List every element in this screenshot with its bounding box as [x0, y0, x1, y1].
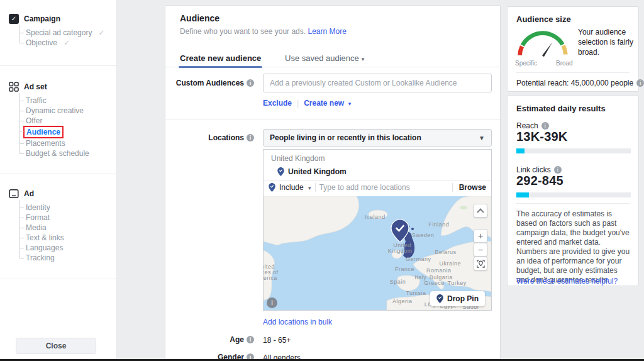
adset-tree: Traffic Dynamic creative Offer Audience …	[19, 96, 116, 158]
info-icon[interactable]	[554, 166, 562, 174]
reach-bar-fill	[516, 148, 525, 153]
estimates-feedback-link[interactable]: Were these estimates helpful?	[516, 277, 618, 286]
map-country-label: Belarus	[435, 249, 457, 255]
locations-box: United Kingdom United Kingdom Include ▾ …	[263, 149, 492, 311]
add-locations-bulk-link[interactable]: Add locations in bulk	[263, 318, 332, 326]
adset-title: Ad set	[24, 82, 47, 91]
chevron-down-icon: ▾	[362, 56, 365, 62]
map-zoom-out-button[interactable]: −	[474, 243, 487, 257]
divider	[315, 183, 316, 192]
drop-pin-icon	[436, 294, 443, 303]
location-type-dropdown[interactable]: People living in or recently in this loc…	[263, 129, 492, 147]
ad-section: Ad Identity Format Media Text & links La…	[0, 189, 116, 263]
divider: |	[297, 99, 299, 108]
include-dropdown[interactable]: Include ▾	[279, 183, 311, 192]
divider	[516, 203, 630, 204]
divider	[0, 174, 116, 174]
sidebar-item-audience[interactable]: Audience	[19, 126, 116, 138]
sidebar-item-media[interactable]: Media	[19, 223, 116, 233]
tab-use-saved-audience[interactable]: Use saved audience▾	[285, 53, 364, 63]
gauge-label-specific: Specific	[515, 60, 537, 67]
info-icon[interactable]	[247, 336, 254, 343]
sidebar-item-placements[interactable]: Placements	[19, 138, 116, 148]
location-map[interactable]: IcelandFinlandSwedenUnitedKingdomBelarus…	[264, 196, 491, 310]
sidebar-item-identity[interactable]: Identity	[19, 203, 116, 213]
sidebar-item-format[interactable]: Format	[19, 213, 116, 223]
reach-value: 13K-39K	[516, 130, 567, 144]
location-pin-icon	[277, 167, 284, 176]
link-clicks-bar	[516, 192, 631, 197]
ad-header[interactable]: Ad	[0, 189, 116, 199]
sidebar-item-special-ad-category[interactable]: Special ad category ✓	[19, 28, 116, 38]
map-country-label: Finland	[428, 221, 449, 228]
map-country-label: Ukraine	[440, 260, 462, 267]
age-label: Age	[165, 335, 254, 344]
locate-pin-icon	[477, 260, 485, 268]
page-subtitle: Define who you want to see your ads. Lea…	[180, 27, 347, 36]
campaign-header[interactable]: ✓ Campaign	[0, 14, 116, 24]
map-locate-button[interactable]	[474, 257, 487, 270]
potential-reach: Potential reach: 45,000,000 people	[516, 79, 644, 87]
age-value: 18 - 65+	[263, 336, 291, 345]
adset-section: Ad set Traffic Dynamic creative Offer Au…	[0, 82, 116, 158]
info-icon[interactable]	[247, 79, 254, 87]
chevron-up-icon	[477, 208, 484, 215]
campaign-section: ✓ Campaign Special ad category ✓ Objecti…	[0, 14, 116, 48]
add-location-input[interactable]	[319, 183, 448, 192]
audience-size-title: Audience size	[516, 14, 571, 24]
info-icon[interactable]	[636, 79, 644, 87]
sidebar-item-budget-schedule[interactable]: Budget & schedule	[19, 148, 116, 158]
adset-header[interactable]: Ad set	[0, 82, 116, 92]
check-icon: ✓	[98, 28, 104, 38]
page-title: Audience	[180, 13, 219, 23]
sidebar-item-languages[interactable]: Languages	[19, 243, 116, 253]
selected-location-marker-icon	[391, 219, 409, 243]
map-country-label: Greece	[424, 280, 445, 286]
exclude-link[interactable]: Exclude	[263, 99, 292, 108]
map-country-label: Tunisia	[406, 290, 426, 296]
info-icon[interactable]	[247, 134, 254, 142]
chevron-down-icon: ▾	[308, 185, 311, 191]
adset-grid-icon	[9, 82, 19, 92]
audience-size-gauge	[513, 25, 573, 62]
estimated-results-title: Estimated daily results	[516, 104, 606, 113]
include-pin-icon	[269, 183, 275, 192]
tab-create-new-audience[interactable]: Create new audience	[180, 53, 261, 63]
map-country-label: America	[264, 275, 277, 281]
map-country-label: Iceland	[365, 214, 386, 220]
close-button[interactable]: Close	[16, 338, 96, 354]
check-icon: ✓	[64, 38, 70, 48]
ad-tree: Identity Format Media Text & links Langu…	[19, 203, 116, 263]
gauge-label-broad: Broad	[556, 60, 573, 67]
map-country-label: Germany	[406, 256, 431, 262]
learn-more-link[interactable]: Learn More	[308, 27, 346, 36]
audience-size-card: Audience size Specific Broad Your audien…	[507, 6, 639, 92]
divider	[165, 67, 500, 67]
custom-audiences-actions: Exclude | Create new ▾	[263, 99, 351, 108]
ad-screen-icon	[9, 189, 19, 199]
info-icon[interactable]	[541, 122, 549, 130]
estimates-disclaimer: The accuracy of estimates is based on fa…	[516, 209, 632, 285]
campaign-check-icon: ✓	[9, 14, 19, 24]
map-country-label: France	[395, 266, 414, 272]
estimated-results-card: Estimated daily results Reach 13K-39K Li…	[507, 96, 639, 286]
reach-label: Reach	[516, 121, 549, 130]
sidebar-item-objective[interactable]: Objective ✓	[19, 38, 116, 48]
sidebar-item-dynamic-creative[interactable]: Dynamic creative	[19, 106, 116, 116]
browse-button[interactable]: Browse	[452, 183, 486, 192]
create-new-link[interactable]: Create new ▾	[304, 99, 351, 108]
link-clicks-value: 292-845	[516, 174, 564, 188]
sidebar-item-traffic[interactable]: Traffic	[19, 96, 116, 106]
custom-audiences-input[interactable]	[263, 74, 492, 92]
drop-pin-button[interactable]: Drop Pin	[430, 291, 485, 306]
map-attribution-info-icon[interactable]	[267, 297, 277, 308]
map-zoom-in-button[interactable]: +	[474, 229, 487, 243]
divider	[0, 279, 116, 279]
sidebar-item-tracking[interactable]: Tracking	[19, 253, 116, 263]
sidebar-item-offer[interactable]: Offer	[19, 116, 116, 126]
map-collapse-button[interactable]	[474, 204, 487, 218]
selected-location[interactable]: United Kingdom	[264, 164, 491, 180]
audience-panel: Audience Define who you want to see your…	[165, 5, 501, 361]
sidebar-item-text-links[interactable]: Text & links	[19, 233, 116, 243]
divider	[516, 72, 630, 73]
